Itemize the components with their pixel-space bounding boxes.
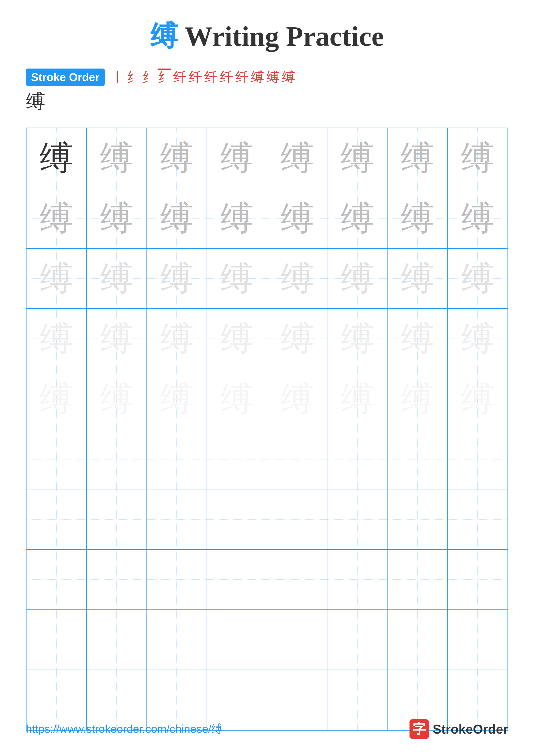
grid-cell[interactable]: 缚	[87, 188, 146, 248]
footer-url[interactable]: https://www.strokeorder.com/chinese/缚	[26, 721, 222, 737]
grid-cell-empty[interactable]	[26, 550, 87, 610]
grid-cell[interactable]: 缚	[447, 249, 508, 309]
stroke-char-8: 纤	[220, 68, 233, 86]
grid-cell-empty[interactable]	[267, 429, 327, 489]
grid-cell-empty[interactable]	[447, 550, 508, 610]
grid-cell[interactable]: 缚	[387, 369, 447, 429]
stroke-order-row: Stroke Order 丨 纟 纟 纟 纤 纤 纤 纤 纤 缚 缚 缚	[26, 68, 508, 86]
stroke-char-4: 纟	[158, 68, 171, 86]
stroke-char-3: 纟	[142, 68, 156, 86]
grid-cell[interactable]: 缚	[447, 309, 508, 369]
grid-cell[interactable]: 缚	[207, 369, 267, 429]
grid-cell-empty[interactable]	[387, 429, 447, 489]
grid-cell[interactable]: 缚	[147, 369, 207, 429]
cell-char: 缚	[220, 202, 254, 235]
writing-grid[interactable]: 缚 缚 缚 缚 缚 缚 缚 缚 缚 缚 缚	[26, 127, 508, 731]
stroke-chars: 丨 纟 纟 纟 纤 纤 纤 纤 纤 缚 缚 缚	[111, 68, 295, 86]
grid-cell[interactable]: 缚	[87, 309, 146, 369]
grid-cell-empty[interactable]	[387, 550, 447, 610]
grid-cell[interactable]: 缚	[26, 128, 87, 188]
cell-char: 缚	[100, 382, 133, 416]
grid-cell[interactable]: 缚	[267, 309, 327, 369]
grid-cell[interactable]: 缚	[147, 249, 207, 309]
grid-cell[interactable]: 缚	[387, 128, 447, 188]
stroke-last-char: 缚	[26, 88, 508, 115]
cell-char: 缚	[220, 141, 254, 175]
grid-cell-empty[interactable]	[387, 610, 447, 670]
grid-cell-empty[interactable]	[207, 429, 267, 489]
cell-char: 缚	[160, 322, 193, 355]
grid-cell-empty[interactable]	[87, 429, 146, 489]
grid-cell-empty[interactable]	[327, 550, 387, 610]
grid-cell-empty[interactable]	[447, 489, 508, 549]
grid-cell[interactable]: 缚	[87, 369, 146, 429]
grid-cell-empty[interactable]	[267, 550, 327, 610]
grid-cell-empty[interactable]	[207, 489, 267, 549]
grid-cell-empty[interactable]	[147, 550, 207, 610]
stroke-char-11: 缚	[266, 68, 280, 86]
grid-cell[interactable]: 缚	[207, 309, 267, 369]
grid-cell[interactable]: 缚	[327, 309, 387, 369]
cell-char: 缚	[341, 382, 374, 416]
grid-cell-empty[interactable]	[387, 489, 447, 549]
grid-cell-empty[interactable]	[87, 489, 146, 549]
grid-cell[interactable]: 缚	[26, 309, 87, 369]
cell-char: 缚	[401, 202, 434, 235]
grid-cell-empty[interactable]	[327, 610, 387, 670]
grid-cell[interactable]: 缚	[267, 128, 327, 188]
grid-cell[interactable]: 缚	[26, 369, 87, 429]
grid-cell[interactable]: 缚	[147, 128, 207, 188]
grid-cell-empty[interactable]	[447, 610, 508, 670]
grid-cell[interactable]: 缚	[147, 309, 207, 369]
page: 缚 Writing Practice Stroke Order 丨 纟 纟 纟 …	[0, 0, 534, 756]
grid-cell[interactable]: 缚	[447, 128, 508, 188]
grid-cell[interactable]: 缚	[327, 188, 387, 248]
grid-cell-empty[interactable]	[267, 610, 327, 670]
cell-char: 缚	[401, 382, 434, 416]
grid-cell-empty[interactable]	[26, 489, 87, 549]
grid-cell[interactable]: 缚	[447, 188, 508, 248]
grid-cell[interactable]: 缚	[387, 309, 447, 369]
cell-char: 缚	[220, 322, 254, 355]
grid-cell-empty[interactable]	[147, 489, 207, 549]
cell-char: 缚	[39, 262, 73, 295]
grid-cell[interactable]: 缚	[267, 188, 327, 248]
grid-cell[interactable]: 缚	[207, 249, 267, 309]
grid-cell-empty[interactable]	[207, 610, 267, 670]
grid-cell[interactable]: 缚	[26, 249, 87, 309]
grid-cell[interactable]: 缚	[327, 128, 387, 188]
cell-char: 缚	[461, 262, 495, 295]
grid-cell-empty[interactable]	[87, 550, 146, 610]
grid-cell[interactable]: 缚	[26, 188, 87, 248]
grid-cell-empty[interactable]	[207, 550, 267, 610]
cell-char: 缚	[341, 141, 374, 175]
grid-cell[interactable]: 缚	[207, 128, 267, 188]
grid-cell-empty[interactable]	[26, 610, 87, 670]
grid-cell[interactable]: 缚	[87, 128, 146, 188]
grid-cell[interactable]: 缚	[267, 369, 327, 429]
logo-text: StrokeOrder	[433, 722, 508, 737]
cell-char: 缚	[280, 382, 314, 416]
grid-cell-empty[interactable]	[447, 429, 508, 489]
grid-cell[interactable]: 缚	[147, 188, 207, 248]
grid-cell[interactable]: 缚	[387, 188, 447, 248]
grid-cell[interactable]: 缚	[447, 369, 508, 429]
cell-char: 缚	[160, 382, 193, 416]
grid-cell-empty[interactable]	[327, 489, 387, 549]
grid-cell[interactable]: 缚	[87, 249, 146, 309]
grid-cell-empty[interactable]	[147, 610, 207, 670]
grid-cell-empty[interactable]	[147, 429, 207, 489]
grid-cell-empty[interactable]	[26, 429, 87, 489]
grid-cell-empty[interactable]	[267, 489, 327, 549]
grid-cell[interactable]: 缚	[327, 369, 387, 429]
grid-cell-empty[interactable]	[87, 610, 146, 670]
logo-icon: 字	[410, 719, 429, 739]
grid-cell[interactable]: 缚	[267, 249, 327, 309]
grid-cell[interactable]: 缚	[207, 188, 267, 248]
grid-cell[interactable]: 缚	[327, 249, 387, 309]
cell-char: 缚	[100, 202, 133, 235]
stroke-char-5: 纤	[173, 68, 187, 86]
grid-cell[interactable]: 缚	[387, 249, 447, 309]
grid-cell-empty[interactable]	[327, 429, 387, 489]
title-text: Writing Practice	[185, 20, 384, 52]
